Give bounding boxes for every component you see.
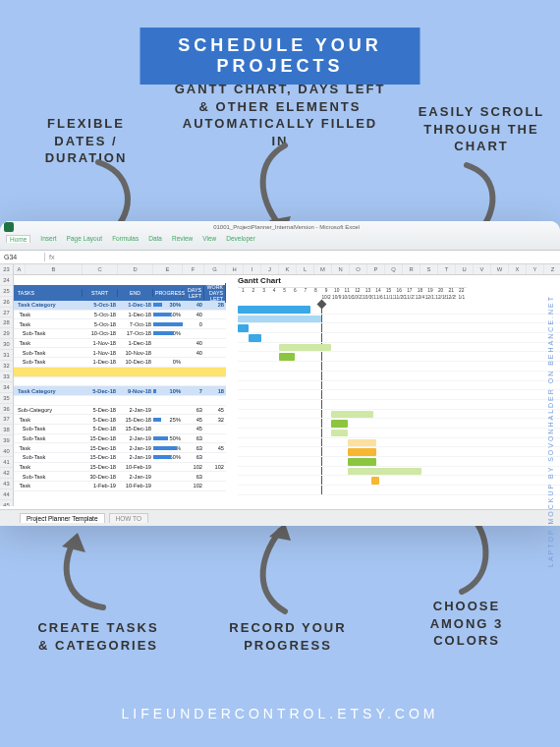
row-header[interactable]: 42 (0, 468, 13, 479)
col-header[interactable]: X (509, 264, 527, 274)
col-header[interactable]: G (204, 264, 226, 274)
gantt-bar[interactable] (238, 306, 310, 314)
gantt-bar[interactable] (348, 468, 420, 476)
table-row[interactable]: Sub-Task5-Dec-1815-Dec-1845 (14, 425, 226, 434)
col-header[interactable]: R (403, 264, 420, 274)
table-row[interactable]: Task Category5-Dec-189-Nov-1810%718 (14, 386, 226, 396)
table-row[interactable]: Sub-Task15-Dec-182-Jan-1960%63 (14, 453, 226, 463)
col-header[interactable]: D (118, 264, 153, 274)
col-header[interactable]: B (26, 264, 83, 274)
table-row[interactable]: Sub-Task10-Oct-1817-Oct-1870% (14, 329, 226, 339)
col-header[interactable]: V (474, 264, 491, 274)
gantt-bar[interactable] (348, 458, 376, 466)
row-header[interactable]: 27 (0, 308, 13, 318)
col-header[interactable]: T (438, 264, 456, 274)
gantt-bar[interactable] (238, 324, 249, 332)
col-header[interactable]: M (314, 264, 332, 274)
table-row[interactable]: Task15-Dec-1810-Feb-19102102 (14, 463, 226, 473)
gantt-bar[interactable] (279, 353, 295, 361)
row-header[interactable]: 30 (0, 339, 13, 350)
row-header-gutter[interactable]: 2324252627282930313233343536373839404142… (0, 264, 14, 506)
row-header[interactable]: 26 (0, 297, 13, 308)
col-header[interactable]: O (350, 264, 367, 274)
row-header[interactable]: 33 (0, 372, 13, 382)
col-header[interactable]: I (244, 264, 261, 274)
table-row[interactable]: Task15-Dec-182-Jan-1980%6345 (14, 443, 226, 453)
ribbon-tab-home[interactable]: Home (6, 235, 30, 243)
row-header[interactable]: 37 (0, 414, 13, 425)
row-header[interactable]: 45 (0, 500, 13, 506)
gantt-bar[interactable] (331, 430, 348, 437)
formula-bar[interactable]: G34 fx (0, 251, 560, 264)
gantt-bar[interactable] (249, 334, 262, 342)
row-header[interactable]: 35 (0, 393, 13, 404)
table-row[interactable] (14, 396, 226, 406)
gantt-chart[interactable]: Gantt Chart 1234567891011121314151617181… (238, 275, 560, 495)
sheet-tab[interactable]: Project Planner Template (20, 513, 105, 523)
row-header[interactable]: 38 (0, 425, 13, 435)
col-header[interactable]: H (226, 264, 244, 274)
gantt-bar[interactable] (348, 439, 376, 447)
ribbon-tab-data[interactable]: Data (148, 235, 162, 243)
table-row[interactable]: Task5-Dec-1815-Dec-1825%4532 (14, 415, 226, 425)
ribbon-tab-formulas[interactable]: Formulas (112, 235, 139, 243)
table-row[interactable]: Sub-Task1-Nov-1810-Nov-1840 (14, 348, 226, 358)
row-header[interactable]: 23 (0, 264, 13, 275)
row-header[interactable]: 31 (0, 350, 13, 361)
gantt-bar[interactable] (238, 316, 321, 323)
col-header[interactable]: E (153, 264, 183, 274)
gantt-bar[interactable] (279, 344, 331, 352)
gantt-bar[interactable] (331, 411, 372, 419)
table-row[interactable]: Task1-Feb-1910-Feb-19102 (14, 482, 226, 491)
table-row[interactable]: Sub-Category5-Dec-182-Jan-196345 (14, 406, 226, 416)
col-header[interactable]: Z (544, 264, 560, 274)
row-header[interactable]: 28 (0, 317, 13, 328)
gantt-bar[interactable] (371, 477, 379, 485)
table-row[interactable]: Task1-Nov-181-Dec-1840 (14, 339, 226, 349)
row-header[interactable]: 41 (0, 457, 13, 468)
gantt-bar[interactable] (331, 420, 348, 428)
col-header[interactable]: N (332, 264, 350, 274)
sheet-tab[interactable]: HOW TO (109, 513, 148, 523)
sheet-tabs[interactable]: Project Planner TemplateHOW TO (0, 509, 560, 526)
ribbon-tab-insert[interactable]: Insert (40, 235, 56, 243)
col-header[interactable]: K (279, 264, 297, 274)
ribbon-tab-page-layout[interactable]: Page Layout (67, 235, 103, 243)
col-header[interactable]: Y (527, 264, 544, 274)
task-table[interactable]: TASKS START END PROGRESS DAYSLEFT WORK D… (14, 285, 226, 491)
row-header[interactable]: 24 (0, 275, 13, 286)
row-header[interactable]: 44 (0, 489, 13, 500)
col-header[interactable]: A (14, 264, 26, 274)
table-row[interactable]: Sub-Task30-Dec-182-Jan-1963 (14, 472, 226, 482)
table-row[interactable] (14, 377, 226, 387)
footer-link[interactable]: LIFEUNDERCONTROL.ETSY.COM (122, 706, 439, 721)
row-header[interactable]: 29 (0, 328, 13, 339)
ribbon-tab-view[interactable]: View (202, 235, 216, 243)
col-header[interactable]: P (367, 264, 385, 274)
row-header[interactable]: 39 (0, 435, 13, 446)
col-header[interactable]: S (420, 264, 438, 274)
col-header[interactable]: W (491, 264, 509, 274)
row-header[interactable]: 43 (0, 479, 13, 489)
col-header[interactable]: U (456, 264, 474, 274)
row-header[interactable]: 34 (0, 382, 13, 393)
col-header[interactable]: Q (385, 264, 403, 274)
col-header[interactable]: F (183, 264, 204, 274)
ribbon-tabs[interactable]: HomeInsertPage LayoutFormulasDataReviewV… (0, 233, 560, 245)
ribbon-tab-review[interactable]: Review (172, 235, 193, 243)
row-header[interactable]: 25 (0, 286, 13, 297)
table-row[interactable]: Sub-Task15-Dec-182-Jan-1950%63 (14, 434, 226, 444)
column-headers[interactable]: ABCDEFGHIJKLMNOPQRSTUVWXYZAAABACADAE (14, 264, 560, 275)
col-header[interactable]: C (83, 264, 118, 274)
name-box[interactable]: G34 (0, 253, 45, 261)
row-header[interactable]: 40 (0, 446, 13, 457)
ribbon-tab-developer[interactable]: Developer (226, 235, 255, 243)
col-header[interactable]: L (297, 264, 314, 274)
row-header[interactable]: 32 (0, 361, 13, 372)
col-header[interactable]: J (261, 264, 279, 274)
table-row[interactable] (14, 368, 226, 377)
table-row[interactable]: Sub-Task1-Dec-1810-Dec-180% (14, 358, 226, 368)
table-row[interactable]: Task5-Oct-181-Dec-1860%40 (14, 311, 226, 320)
table-row[interactable]: Task5-Oct-187-Oct-18100%0 (14, 319, 226, 329)
table-row[interactable]: Task Category5-Oct-181-Dec-1830%4028 (14, 301, 226, 311)
